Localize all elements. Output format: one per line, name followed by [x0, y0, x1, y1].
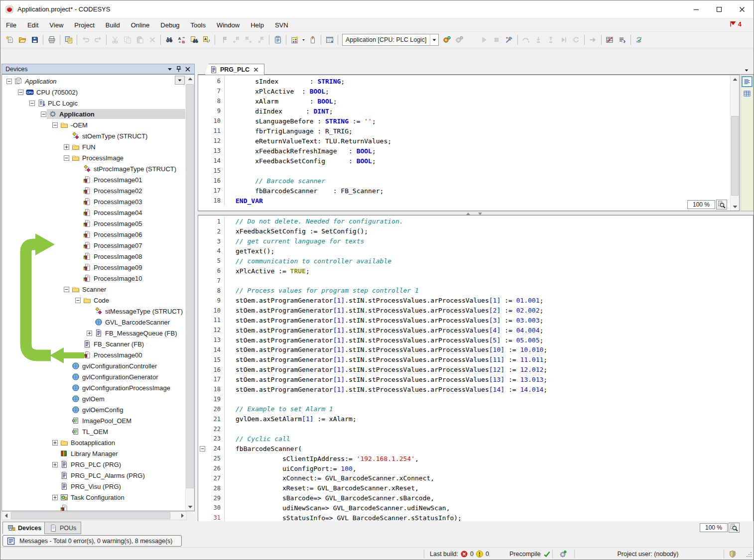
scroll-right-button[interactable]: [178, 512, 186, 520]
code-line-10[interactable]: 10 sLanguageBefore : STRING := '';: [198, 116, 739, 126]
code-line-21[interactable]: 21gvlOem.axSetAlarm[1] := xAlarm;: [198, 414, 753, 424]
scroll-up-button[interactable]: [186, 75, 194, 83]
code-line-13[interactable]: 13 xFeedbackRefreshImage : BOOL;: [198, 146, 739, 156]
tree-item-processimage09[interactable]: ProcessImage09: [2, 262, 185, 273]
device-combo-button[interactable]: [175, 76, 185, 85]
code-line-12[interactable]: 12 eReturnValueText: TLU.ReturnValues;: [198, 136, 739, 146]
step-out-icon[interactable]: [545, 34, 557, 46]
menu-edit[interactable]: Edit: [22, 19, 44, 31]
menu-window[interactable]: Window: [211, 19, 245, 31]
tabular-view-button[interactable]: [742, 88, 753, 99]
run-to-cursor-icon[interactable]: [557, 34, 570, 46]
menu-tools[interactable]: Tools: [185, 19, 211, 31]
login-icon[interactable]: [441, 34, 453, 46]
code-line-28[interactable]: 28 xReset:= GVL_BarcodeScanner.xReset,: [198, 483, 753, 493]
prev-bookmark-icon[interactable]: [230, 34, 242, 46]
editor-splitter[interactable]: [198, 211, 754, 215]
code-line-4[interactable]: 4getText();: [198, 246, 753, 256]
chevron-down-icon[interactable]: [301, 34, 306, 46]
zoom-level[interactable]: 100 %: [700, 523, 728, 532]
chevron-down-icon[interactable]: [430, 34, 438, 45]
code-line-6[interactable]: 6 sIndex : STRING;: [198, 76, 739, 86]
scrollbar-thumb[interactable]: [11, 512, 170, 519]
code-line-16[interactable]: 16stOem.astProgramGenerator[1].stIN.stPr…: [198, 365, 753, 375]
code-line-7[interactable]: 7 xPlcActive : BOOL;: [198, 86, 739, 96]
tree-item-processimage06[interactable]: ProcessImage06: [2, 229, 185, 240]
tree-item-processimage10[interactable]: ProcessImage10: [2, 273, 185, 284]
scroll-down-button[interactable]: [186, 502, 194, 511]
resize-grip[interactable]: [745, 550, 753, 558]
collapse-toggle[interactable]: [40, 112, 47, 117]
code-line-3[interactable]: 3// get current language for texts: [198, 236, 753, 246]
active-application-combo[interactable]: Application [CPU: PLC Logic]: [342, 34, 439, 46]
save-icon[interactable]: [28, 34, 41, 46]
tree-item-processimage05[interactable]: ProcessImage05: [2, 218, 185, 229]
tree-item-fb-messagequeue-fb-[interactable]: FB_MessageQueue (FB): [2, 328, 185, 338]
code-line-20[interactable]: 20// Example to set Alarm 1: [198, 404, 753, 414]
code-line-14[interactable]: 14 xFeedbackSetConfig : BOOL;: [198, 156, 739, 166]
tree-item-plc-logic[interactable]: PLC Logic: [2, 98, 185, 109]
code-line-13[interactable]: 13stOem.astProgramGenerator[1].stIN.stPr…: [198, 335, 753, 345]
tree-item-processimage04[interactable]: ProcessImage04: [2, 207, 185, 218]
menu-file[interactable]: File: [0, 19, 22, 31]
scroll-left-button[interactable]: [2, 512, 10, 520]
redo-icon[interactable]: [92, 34, 104, 46]
tree-item-gvloemconfig[interactable]: gvlOemConfig: [2, 404, 185, 415]
maximize-button[interactable]: [708, 1, 731, 18]
tree-item-partial[interactable]: [2, 503, 185, 511]
replace-icon[interactable]: AB: [175, 34, 188, 46]
code-line-29[interactable]: 29 sBarcode=> GVL_BarcodeScanner.sBarcod…: [198, 493, 753, 503]
tree-item-processimage02[interactable]: ProcessImage02: [2, 185, 185, 196]
toggle-bookmark-icon[interactable]: [217, 34, 230, 46]
code-line-25[interactable]: 25 sClientIpAddress:= '192.168.1.254',: [198, 453, 753, 463]
code-line-17[interactable]: 17 fbBarcodeScanner : FB_Scanner;: [198, 186, 739, 196]
print-icon[interactable]: [45, 34, 58, 46]
zoom-button[interactable]: [729, 523, 740, 533]
collapse-toggle[interactable]: [63, 155, 70, 161]
tree-item-processimage08[interactable]: ProcessImage08: [2, 251, 185, 262]
tree-item-prg-plc-alarms-prg-[interactable]: PRG_PLC_Alarms (PRG): [2, 470, 185, 481]
tree-item-imagepool-oem[interactable]: ImagePool_OEM: [2, 415, 185, 426]
tree-item-application[interactable]: Application: [2, 76, 185, 87]
code-line-14[interactable]: 14stOem.astProgramGenerator[1].stIN.stPr…: [198, 345, 753, 355]
editor-vertical-scrollbar[interactable]: [730, 75, 739, 211]
code-line-7[interactable]: 7: [198, 276, 753, 286]
code-line-11[interactable]: 11 fbrTrigLanguage : R_TRIG;: [198, 126, 739, 136]
close-tab-button[interactable]: [252, 66, 260, 74]
code-line-24[interactable]: 24fbBarcodeScanner(: [198, 444, 753, 453]
tree-item-processimage[interactable]: ProcessImage: [2, 152, 185, 163]
scrollbar-thumb[interactable]: [731, 116, 739, 196]
reset-icon[interactable]: [570, 34, 582, 46]
step-over-icon[interactable]: [520, 34, 532, 46]
start-icon[interactable]: [478, 34, 491, 46]
menu-online[interactable]: Online: [126, 19, 155, 31]
clear-bookmarks-icon[interactable]: [254, 34, 267, 46]
implementation-editor[interactable]: 1// Do not delete. Needed for configurat…: [198, 215, 754, 522]
code-line-18[interactable]: 18END_VAR: [198, 196, 739, 206]
open-project-icon[interactable]: [16, 34, 28, 46]
tree-item-gvlconfigurationgenerator[interactable]: gvlConfigurationGenerator: [2, 371, 185, 382]
delete-icon[interactable]: [146, 34, 158, 46]
cut-icon[interactable]: [109, 34, 121, 46]
code-line-19[interactable]: 19: [198, 394, 753, 404]
collapse-toggle[interactable]: [6, 79, 12, 84]
scrollbar-thumb[interactable]: [186, 84, 194, 488]
undefined-icon[interactable]: [466, 34, 478, 46]
zoom-level[interactable]: 100 %: [687, 200, 715, 209]
tab-devices[interactable]: Devices: [2, 522, 46, 534]
code-line-27[interactable]: 27 xConnect:= GVL_BarcodeScanner.xConnec…: [198, 473, 753, 483]
code-line-8[interactable]: 8// Process values for program step cont…: [198, 286, 753, 296]
code-line-12[interactable]: 12stOem.astProgramGenerator[1].stIN.stPr…: [198, 325, 753, 335]
code-line-2[interactable]: 2xFeedbackSetConfig := SetConfig();: [198, 226, 753, 236]
textual-view-button[interactable]: [742, 76, 753, 87]
code-line-1[interactable]: 1// Do not delete. Needed for configurat…: [198, 217, 753, 226]
tab-prg-plc[interactable]: PRG_PLC: [205, 64, 264, 75]
panel-menu-button[interactable]: [165, 65, 174, 73]
tree-item-prg-visu-prg-[interactable]: PRG_Visu (PRG): [2, 481, 185, 492]
tree-vertical-scrollbar[interactable]: [185, 75, 194, 511]
tree-item-library-manager[interactable]: Library Manager: [2, 448, 185, 459]
menu-help[interactable]: Help: [245, 19, 269, 31]
tree-item--oem[interactable]: -OEM: [2, 119, 185, 130]
menu-project[interactable]: Project: [69, 19, 100, 31]
step-into-icon[interactable]: [532, 34, 545, 46]
